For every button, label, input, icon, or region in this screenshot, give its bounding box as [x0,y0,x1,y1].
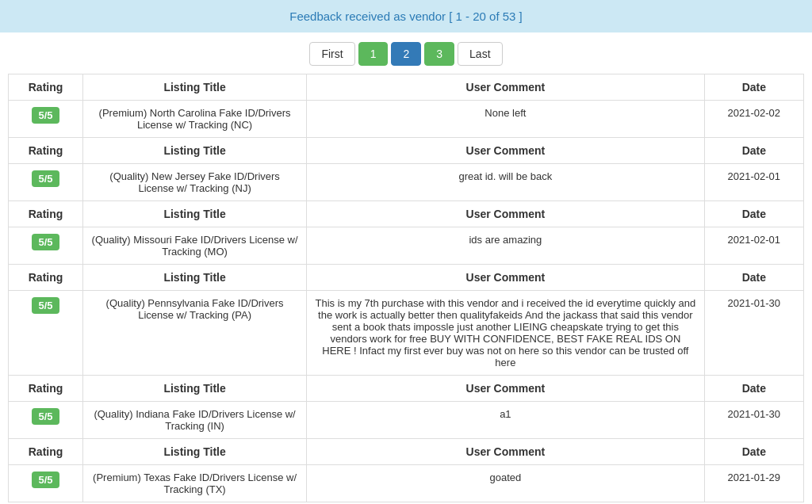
col-header-comment: User Comment [307,74,705,101]
rating-cell: 5/5 [9,101,83,138]
date-cell: 2021-02-02 [704,101,803,138]
page-2-button[interactable]: 2 [391,42,421,66]
rating-badge: 5/5 [32,234,59,250]
table-row: 5/5 (Quality) Indiana Fake ID/Drivers Li… [9,402,804,439]
comment-cell: This is my 7th purchase with this vendor… [307,291,705,376]
rating-badge: 5/5 [32,297,59,314]
col-header-date: Date [704,376,803,402]
table-row: 5/5 (Quality) New Jersey Fake ID/Drivers… [9,164,804,201]
col-header-date: Date [704,201,803,227]
col-header-rating: Rating [9,138,83,164]
table-row: Rating Listing Title User Comment Date [9,376,804,402]
feedback-table-wrapper: Rating Listing Title User Comment Date 5… [0,74,812,502]
col-header-rating: Rating [9,376,83,402]
col-header-date: Date [704,138,803,164]
header-title: Feedback received as vendor [ 1 - 20 of … [289,10,523,23]
rating-badge: 5/5 [32,107,59,124]
date-cell: 2021-02-01 [704,227,803,265]
listing-cell: (Quality) New Jersey Fake ID/Drivers Lic… [83,164,307,201]
table-row: 5/5 (Premium) North Carolina Fake ID/Dri… [9,101,804,138]
table-row: 5/5 (Premium) Texas Fake ID/Drivers Lice… [9,465,804,502]
page-header: Feedback received as vendor [ 1 - 20 of … [0,0,812,32]
date-cell: 2021-01-29 [704,465,803,502]
page-1-button[interactable]: 1 [358,42,389,66]
col-header-listing: Listing Title [83,376,307,402]
col-header-comment: User Comment [307,439,705,465]
rating-cell: 5/5 [9,164,83,201]
col-header-rating: Rating [9,265,83,291]
date-cell: 2021-01-30 [704,402,803,439]
pagination-bar: First 1 2 3 Last [0,32,812,74]
col-header-date: Date [704,74,803,101]
col-header-listing: Listing Title [83,201,307,227]
col-header-listing: Listing Title [83,74,307,101]
comment-cell: ids are amazing [307,227,705,265]
last-button[interactable]: Last [458,42,502,66]
date-cell: 2021-01-30 [704,291,803,376]
rating-cell: 5/5 [9,227,83,265]
listing-cell: (Quality) Pennsylvania Fake ID/Drivers L… [83,291,307,376]
listing-cell: (Premium) North Carolina Fake ID/Drivers… [83,101,307,138]
col-header-comment: User Comment [307,376,705,402]
col-header-comment: User Comment [307,138,705,164]
rating-badge: 5/5 [32,170,59,187]
table-row: Rating Listing Title User Comment Date [9,439,804,465]
table-row: Rating Listing Title User Comment Date [9,201,804,227]
feedback-table: Rating Listing Title User Comment Date 5… [8,74,804,502]
date-cell: 2021-02-01 [704,164,803,201]
table-row: Rating Listing Title User Comment Date [9,138,804,164]
page-3-button[interactable]: 3 [424,42,454,66]
comment-cell: great id. will be back [307,164,705,201]
col-header-date: Date [704,265,803,291]
col-header-listing: Listing Title [83,439,307,465]
rating-cell: 5/5 [9,291,83,376]
col-header-rating: Rating [9,439,83,465]
table-row: 5/5 (Quality) Pennsylvania Fake ID/Drive… [9,291,804,376]
table-row: 5/5 (Quality) Missouri Fake ID/Drivers L… [9,227,804,265]
rating-badge: 5/5 [32,472,59,488]
comment-cell: None left [307,101,705,138]
comment-cell: goated [307,465,705,502]
col-header-comment: User Comment [307,265,705,291]
rating-badge: 5/5 [32,408,59,425]
col-header-date: Date [704,439,803,465]
listing-cell: (Quality) Indiana Fake ID/Drivers Licens… [83,402,307,439]
col-header-listing: Listing Title [83,138,307,164]
listing-cell: (Quality) Missouri Fake ID/Drivers Licen… [83,227,307,265]
comment-cell: a1 [307,402,705,439]
col-header-listing: Listing Title [83,265,307,291]
col-header-rating: Rating [9,74,83,101]
rating-cell: 5/5 [9,402,83,439]
col-header-comment: User Comment [307,201,705,227]
listing-cell: (Premium) Texas Fake ID/Drivers License … [83,465,307,502]
col-header-rating: Rating [9,201,83,227]
table-row: Rating Listing Title User Comment Date [9,265,804,291]
first-button[interactable]: First [309,42,354,66]
table-row: Rating Listing Title User Comment Date [9,74,804,101]
rating-cell: 5/5 [9,465,83,502]
